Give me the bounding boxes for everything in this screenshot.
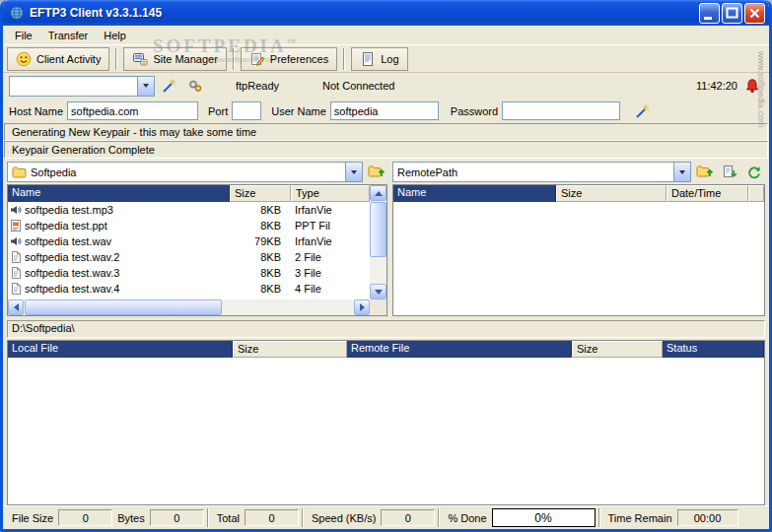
- file-type: IrfanVie: [291, 204, 370, 216]
- password-input[interactable]: [502, 101, 620, 120]
- status-bar: File Size 0 Bytes 0 Total 0 Speed (KB/s)…: [3, 505, 769, 529]
- file-size: 8KB: [230, 283, 291, 295]
- remote-up-dir-button[interactable]: [694, 163, 716, 182]
- site-manager-button[interactable]: Site Manager: [123, 47, 226, 71]
- host-name-input[interactable]: [67, 101, 198, 120]
- local-col-size[interactable]: Size: [230, 185, 291, 202]
- password-label: Password: [451, 105, 498, 117]
- local-up-dir-button[interactable]: [366, 163, 387, 182]
- port-input[interactable]: [232, 101, 261, 120]
- transfer-col-size-remote[interactable]: Size: [572, 341, 663, 358]
- folder-icon: [12, 166, 27, 178]
- alarm-bell-button[interactable]: [741, 76, 763, 96]
- remote-file-listbox: Name Size Date/Time: [392, 184, 765, 316]
- local-horizontal-scrollbar[interactable]: [8, 299, 370, 315]
- gears-icon: [187, 78, 203, 94]
- close-button[interactable]: [744, 3, 765, 24]
- local-path-bar: D:\Softpedia\: [7, 320, 765, 338]
- file-row[interactable]: softpedia test.wav.2 8KB 2 File: [8, 249, 370, 265]
- local-path-dropdown-arrow[interactable]: [345, 163, 362, 181]
- scroll-down-button[interactable]: [370, 284, 386, 299]
- user-name-label: User Name: [271, 105, 326, 117]
- remote-path-combo[interactable]: RemotePath: [392, 162, 691, 182]
- file-name: softpedia test.ppt: [25, 220, 107, 232]
- user-name-input[interactable]: [330, 101, 439, 120]
- file-row[interactable]: softpedia test.mp3 8KB IrfanVie: [8, 202, 370, 218]
- connection-state-text: Not Connected: [322, 80, 394, 92]
- scroll-up-button[interactable]: [370, 185, 386, 201]
- transfer-col-remote-file[interactable]: Remote File: [347, 341, 572, 358]
- vertical-scroll-thumb[interactable]: [370, 202, 386, 257]
- remote-col-filler: [748, 185, 764, 202]
- quick-connect-row: ftpReady Not Connected 11:42:20: [3, 73, 769, 99]
- remote-col-name[interactable]: Name: [393, 185, 556, 202]
- minimize-button[interactable]: [699, 3, 720, 24]
- remote-col-datetime[interactable]: Date/Time: [667, 185, 748, 202]
- remote-refresh-list-button[interactable]: [719, 163, 740, 182]
- scroll-left-button[interactable]: [8, 299, 24, 315]
- local-path-value: Softpedia: [31, 166, 76, 178]
- file-row[interactable]: softpedia test.wav 79KB IrfanVie: [8, 233, 370, 249]
- file-name: softpedia test.mp3: [25, 204, 113, 216]
- file-row[interactable]: softpedia test.wav.3 8KB 3 File: [8, 265, 370, 281]
- file-name: softpedia test.wav.3: [25, 267, 119, 279]
- close-icon: [745, 4, 764, 23]
- file-size: 8KB: [230, 220, 291, 232]
- main-toolbar: Client Activity Site Manager Preferences: [3, 44, 769, 73]
- file-size: 8KB: [230, 204, 291, 216]
- quick-connect-dropdown-arrow[interactable]: [137, 77, 154, 96]
- arrow-down-icon: [375, 290, 383, 295]
- time-remain-label: Time Remain: [603, 512, 677, 524]
- alarm-bell-icon: [744, 78, 760, 94]
- quick-connect-combo[interactable]: [9, 76, 155, 97]
- log-button[interactable]: Log: [351, 47, 407, 71]
- remote-path-dropdown-arrow[interactable]: [673, 163, 690, 181]
- file-type: 2 File: [291, 251, 370, 263]
- arrow-up-icon: [375, 191, 383, 196]
- file-size-value: 0: [58, 509, 112, 526]
- menu-help[interactable]: Help: [96, 29, 134, 42]
- toolbar-separator: [233, 48, 235, 70]
- local-col-type[interactable]: Type: [291, 185, 370, 202]
- bytes-label: Bytes: [112, 512, 150, 524]
- transfer-col-local-file[interactable]: Local File: [8, 341, 233, 358]
- wand-icon: [162, 78, 177, 94]
- app-window: EFTP3 Client v3.3.1.145 File Transfer He…: [0, 0, 772, 532]
- local-vertical-scrollbar[interactable]: [370, 185, 386, 299]
- generic-file-icon: [10, 267, 22, 279]
- folder-up-icon: [368, 165, 386, 179]
- site-manager-icon: [132, 51, 148, 67]
- file-type: 3 File: [291, 267, 370, 279]
- connect-wand-button[interactable]: [159, 76, 180, 96]
- maximize-button[interactable]: [722, 3, 742, 24]
- remote-refresh-button[interactable]: [743, 163, 765, 182]
- horizontal-scroll-thumb[interactable]: [25, 299, 222, 315]
- transfer-col-size-local[interactable]: Size: [233, 341, 347, 358]
- port-label: Port: [208, 105, 228, 117]
- settings-gears-button[interactable]: [184, 76, 206, 96]
- transfer-queue-list: [8, 358, 764, 504]
- wand-icon: [635, 103, 651, 119]
- remote-file-list: [393, 202, 764, 315]
- file-size: 8KB: [230, 251, 291, 263]
- scroll-right-button[interactable]: [354, 299, 370, 315]
- client-activity-label: Client Activity: [36, 53, 101, 65]
- menu-file[interactable]: File: [7, 29, 40, 42]
- client-activity-button[interactable]: Client Activity: [7, 47, 109, 71]
- file-row[interactable]: softpedia test.wav.4 8KB 4 File: [8, 281, 370, 297]
- local-path-combo[interactable]: Softpedia: [7, 162, 363, 182]
- local-col-name[interactable]: Name: [8, 185, 230, 202]
- generic-file-icon: [10, 283, 22, 295]
- keypair-complete-message: Keypair Generation Complete: [4, 141, 768, 159]
- file-name: softpedia test.wav: [25, 235, 111, 247]
- preferences-button[interactable]: Preferences: [241, 47, 337, 71]
- remote-col-size[interactable]: Size: [556, 185, 667, 202]
- transfer-col-status[interactable]: Status: [663, 341, 764, 358]
- file-row[interactable]: softpedia test.ppt 8KB PPT Fil: [8, 218, 370, 233]
- menu-transfer[interactable]: Transfer: [40, 29, 97, 42]
- remote-pane: RemotePath: [392, 162, 765, 316]
- ppt-file-icon: [10, 220, 22, 232]
- generate-key-wand-button[interactable]: [632, 101, 654, 121]
- file-size: 8KB: [230, 267, 291, 279]
- title-bar[interactable]: EFTP3 Client v3.3.1.145: [3, 0, 769, 26]
